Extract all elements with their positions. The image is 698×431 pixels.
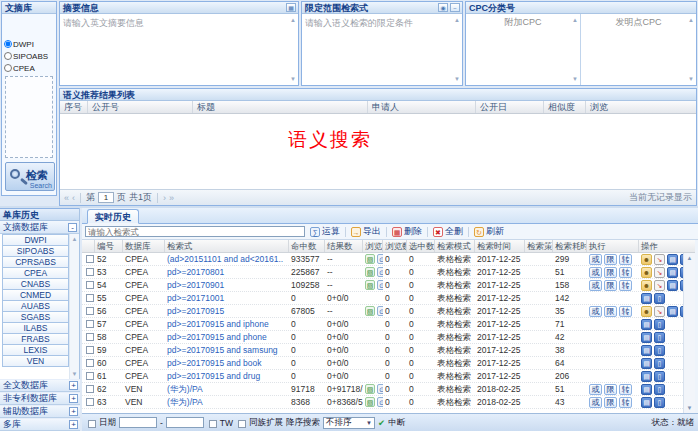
document-icon[interactable]: ▤ (641, 293, 652, 304)
chart-icon[interactable]: ▧ (365, 306, 375, 316)
document-icon[interactable]: ▤ (641, 345, 652, 356)
history-column-header[interactable]: 浏览数 (383, 240, 407, 252)
chart-icon[interactable]: ▧ (365, 384, 375, 394)
row-query-link[interactable]: pd>=20170915 (165, 305, 289, 318)
exec-button-转[interactable]: 转 (619, 384, 632, 395)
row-query-link[interactable]: pd>=20170801 (165, 266, 289, 279)
exec-button-或[interactable]: 或 (589, 280, 602, 291)
exec-button-转[interactable]: 转 (619, 397, 632, 408)
sidebar-group-abstract-db[interactable]: 文摘数据库 - (0, 221, 79, 234)
document-icon[interactable]: ▤ (641, 384, 652, 395)
additional-cpc-textarea[interactable]: 附加CPC ▲ ▼ (466, 14, 581, 85)
sidebar-scrollbar[interactable]: ▲ ▼ (69, 234, 79, 379)
history-column-header[interactable]: 执行 (587, 240, 639, 252)
abstract-textarea[interactable]: 请输入英文摘要信息 (60, 14, 298, 85)
date-from-input[interactable] (119, 417, 157, 428)
document-icon[interactable]: ▤ (667, 267, 678, 278)
row-checkbox[interactable] (86, 372, 94, 380)
chart-icon[interactable]: ▧ (365, 280, 375, 290)
settings-icon[interactable]: ◉ (438, 3, 448, 12)
scroll-down-icon[interactable]: ▼ (684, 405, 695, 411)
trash-icon[interactable]: ▯ (654, 371, 665, 382)
collapse-icon[interactable]: − (450, 3, 460, 12)
trash-icon[interactable]: ▯ (654, 397, 665, 408)
trash-icon[interactable]: ▯ (654, 384, 665, 395)
row-query-link[interactable]: pd>=20171001 (165, 292, 289, 305)
exec-button-转[interactable]: 转 (619, 306, 632, 317)
row-query-link[interactable]: (华为)/PA (165, 396, 289, 409)
expand-icon[interactable]: + (69, 394, 78, 403)
first-page-icon[interactable]: « (64, 193, 69, 203)
exec-button-限[interactable]: 限 (604, 267, 617, 278)
search-button[interactable]: 检索 Search (5, 162, 55, 191)
scroll-down-icon[interactable]: ▼ (688, 76, 694, 82)
library-option-CPEA[interactable]: CPEA (2, 62, 56, 74)
radio-SIPOABS[interactable] (4, 52, 12, 60)
exec-button-或[interactable]: 或 (589, 397, 602, 408)
history-column-header[interactable]: 检索模式 (435, 240, 475, 252)
save-icon[interactable]: ↘ (654, 254, 665, 265)
row-query-link[interactable]: (ad>20151101 and ad<20161.. (165, 253, 289, 266)
trash-icon[interactable]: ▯ (654, 319, 665, 330)
exec-button-限[interactable]: 限 (604, 306, 617, 317)
chart-icon[interactable]: ▧ (365, 254, 375, 264)
history-column-header[interactable]: 检索耗时.. (553, 240, 587, 252)
user-icon[interactable]: ☻ (641, 280, 652, 291)
page-number-input[interactable] (98, 192, 114, 203)
history-column-header[interactable]: 命中数 (289, 240, 325, 252)
history-column-header[interactable]: 检索策略 (525, 240, 553, 252)
history-column-header[interactable]: 编号 (95, 240, 123, 252)
document-icon[interactable]: ▤ (667, 306, 678, 317)
radio-CPEA[interactable] (4, 64, 12, 72)
row-checkbox[interactable] (86, 281, 94, 289)
results-column-header[interactable]: 浏览 (586, 101, 696, 113)
sidebar-item-VEN[interactable]: VEN (2, 355, 69, 367)
scroll-up-icon[interactable]: ▲ (290, 17, 296, 23)
invention-cpc-textarea[interactable]: 发明点CPC ▲ ▼ (581, 14, 696, 85)
results-column-header[interactable]: 申请人 (368, 101, 476, 113)
document-icon[interactable]: ▤ (641, 358, 652, 369)
scope-textarea[interactable]: 请输入语义检索的限定条件 (302, 14, 462, 85)
exec-button-限[interactable]: 限 (604, 254, 617, 265)
history-column-header[interactable]: 结果数 (325, 240, 363, 252)
tab-realtime-history[interactable]: 实时历史 (87, 209, 139, 224)
exec-button-限[interactable]: 限 (604, 397, 617, 408)
history-column-header[interactable]: 数据库 (123, 240, 165, 252)
trash-icon[interactable]: ▯ (654, 358, 665, 369)
scroll-down-icon[interactable]: ▼ (572, 76, 578, 82)
tw-checkbox[interactable] (209, 420, 217, 428)
row-query-link[interactable]: pd>=20170915 and iphone (165, 318, 289, 331)
date-filter-checkbox[interactable] (88, 420, 96, 428)
results-column-header[interactable]: 公开日 (476, 101, 544, 113)
row-checkbox[interactable] (86, 398, 94, 406)
toolbar-button-refresh[interactable]: ↻刷新 (472, 225, 506, 238)
prev-page-icon[interactable]: ‹ (72, 193, 75, 203)
row-checkbox[interactable] (86, 333, 94, 341)
trash-icon[interactable]: ▯ (654, 332, 665, 343)
history-column-header[interactable]: 浏览 (363, 240, 383, 252)
exec-button-或[interactable]: 或 (589, 384, 602, 395)
row-checkbox[interactable] (86, 268, 94, 276)
exec-button-或[interactable]: 或 (589, 254, 602, 265)
query-input[interactable] (85, 226, 305, 237)
row-checkbox[interactable] (86, 255, 94, 263)
scroll-down-icon[interactable]: ▼ (70, 371, 79, 377)
user-icon[interactable]: ☻ (641, 306, 652, 317)
scroll-up-icon[interactable]: ▲ (454, 17, 460, 23)
document-icon[interactable]: ▤ (641, 397, 652, 408)
date-to-input[interactable] (166, 417, 204, 428)
row-checkbox[interactable] (86, 307, 94, 315)
exec-button-或[interactable]: 或 (589, 267, 602, 278)
expand-icon[interactable]: + (69, 420, 78, 429)
scroll-up-icon[interactable]: ▲ (572, 17, 578, 23)
scroll-up-icon[interactable]: ▲ (70, 236, 79, 242)
expand-icon[interactable]: ▦ (286, 3, 296, 12)
exec-button-限[interactable]: 限 (604, 280, 617, 291)
radio-DWPI[interactable] (4, 40, 12, 48)
row-checkbox[interactable] (86, 320, 94, 328)
document-icon[interactable]: ▤ (667, 280, 678, 291)
order-select[interactable]: 不排序 ▼ (323, 417, 375, 429)
row-checkbox[interactable] (86, 359, 94, 367)
history-column-header[interactable]: 操作 (639, 240, 683, 252)
scroll-down-icon[interactable]: ▼ (290, 76, 296, 82)
